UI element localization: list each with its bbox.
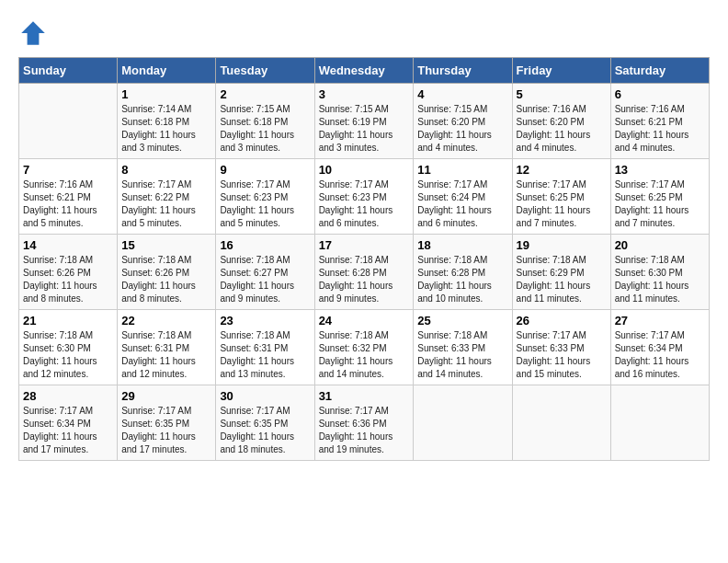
page-header — [18, 18, 710, 48]
calendar-week-3: 14Sunrise: 7:18 AM Sunset: 6:26 PM Dayli… — [19, 235, 710, 310]
calendar-header-row: SundayMondayTuesdayWednesdayThursdayFrid… — [19, 58, 710, 84]
calendar-cell: 17Sunrise: 7:18 AM Sunset: 6:28 PM Dayli… — [314, 235, 414, 310]
day-number: 31 — [319, 389, 410, 403]
day-info: Sunrise: 7:15 AM Sunset: 6:19 PM Dayligh… — [319, 103, 410, 155]
calendar-cell: 30Sunrise: 7:17 AM Sunset: 6:35 PM Dayli… — [216, 385, 314, 461]
day-number: 17 — [319, 238, 410, 252]
day-info: Sunrise: 7:18 AM Sunset: 6:29 PM Dayligh… — [517, 254, 607, 305]
day-info: Sunrise: 7:14 AM Sunset: 6:18 PM Dayligh… — [121, 103, 211, 155]
day-info: Sunrise: 7:17 AM Sunset: 6:33 PM Dayligh… — [517, 329, 607, 381]
day-number: 11 — [417, 163, 507, 177]
day-number: 1 — [121, 87, 211, 101]
day-info: Sunrise: 7:17 AM Sunset: 6:35 PM Dayligh… — [121, 405, 211, 456]
calendar-table: SundayMondayTuesdayWednesdayThursdayFrid… — [18, 57, 710, 461]
day-number: 6 — [615, 87, 705, 101]
day-number: 16 — [220, 238, 310, 252]
day-info: Sunrise: 7:17 AM Sunset: 6:25 PM Dayligh… — [517, 178, 607, 230]
day-info: Sunrise: 7:17 AM Sunset: 6:35 PM Dayligh… — [220, 405, 310, 456]
calendar-cell: 19Sunrise: 7:18 AM Sunset: 6:29 PM Dayli… — [512, 235, 610, 310]
col-header-sunday: Sunday — [19, 58, 118, 84]
logo — [18, 18, 51, 48]
calendar-cell: 13Sunrise: 7:17 AM Sunset: 6:25 PM Dayli… — [610, 159, 709, 235]
calendar-cell: 15Sunrise: 7:18 AM Sunset: 6:26 PM Dayli… — [118, 235, 216, 310]
day-info: Sunrise: 7:17 AM Sunset: 6:36 PM Dayligh… — [319, 405, 410, 456]
calendar-cell: 25Sunrise: 7:18 AM Sunset: 6:33 PM Dayli… — [414, 310, 512, 385]
day-number: 10 — [319, 163, 410, 177]
day-info: Sunrise: 7:18 AM Sunset: 6:30 PM Dayligh… — [615, 254, 705, 305]
calendar-cell: 1Sunrise: 7:14 AM Sunset: 6:18 PM Daylig… — [118, 84, 216, 159]
calendar-cell: 9Sunrise: 7:17 AM Sunset: 6:23 PM Daylig… — [216, 159, 314, 235]
day-info: Sunrise: 7:18 AM Sunset: 6:28 PM Dayligh… — [319, 254, 410, 305]
calendar-cell: 31Sunrise: 7:17 AM Sunset: 6:36 PM Dayli… — [314, 385, 414, 461]
day-info: Sunrise: 7:16 AM Sunset: 6:21 PM Dayligh… — [23, 178, 113, 230]
col-header-thursday: Thursday — [414, 58, 512, 84]
day-info: Sunrise: 7:15 AM Sunset: 6:20 PM Dayligh… — [417, 103, 507, 155]
day-number: 23 — [220, 314, 310, 327]
calendar-cell: 10Sunrise: 7:17 AM Sunset: 6:23 PM Dayli… — [314, 159, 414, 235]
calendar-cell: 27Sunrise: 7:17 AM Sunset: 6:34 PM Dayli… — [610, 310, 709, 385]
day-info: Sunrise: 7:15 AM Sunset: 6:18 PM Dayligh… — [220, 103, 310, 155]
day-number: 19 — [517, 238, 607, 252]
col-header-wednesday: Wednesday — [314, 58, 414, 84]
day-info: Sunrise: 7:17 AM Sunset: 6:23 PM Dayligh… — [220, 178, 310, 230]
day-number: 21 — [23, 314, 113, 327]
calendar-cell: 2Sunrise: 7:15 AM Sunset: 6:18 PM Daylig… — [216, 84, 314, 159]
day-number: 2 — [220, 87, 310, 101]
day-number: 28 — [23, 389, 113, 403]
day-info: Sunrise: 7:18 AM Sunset: 6:26 PM Dayligh… — [121, 254, 211, 305]
day-info: Sunrise: 7:18 AM Sunset: 6:30 PM Dayligh… — [23, 329, 113, 381]
calendar-cell: 3Sunrise: 7:15 AM Sunset: 6:19 PM Daylig… — [314, 84, 414, 159]
calendar-cell: 11Sunrise: 7:17 AM Sunset: 6:24 PM Dayli… — [414, 159, 512, 235]
calendar-cell: 6Sunrise: 7:16 AM Sunset: 6:21 PM Daylig… — [610, 84, 709, 159]
day-number: 24 — [319, 314, 410, 327]
calendar-cell: 16Sunrise: 7:18 AM Sunset: 6:27 PM Dayli… — [216, 235, 314, 310]
col-header-saturday: Saturday — [610, 58, 709, 84]
day-number: 3 — [319, 87, 410, 101]
calendar-cell — [19, 84, 118, 159]
calendar-week-1: 1Sunrise: 7:14 AM Sunset: 6:18 PM Daylig… — [19, 84, 710, 159]
calendar-cell: 18Sunrise: 7:18 AM Sunset: 6:28 PM Dayli… — [414, 235, 512, 310]
calendar-cell: 12Sunrise: 7:17 AM Sunset: 6:25 PM Dayli… — [512, 159, 610, 235]
calendar-cell: 7Sunrise: 7:16 AM Sunset: 6:21 PM Daylig… — [19, 159, 118, 235]
calendar-cell: 5Sunrise: 7:16 AM Sunset: 6:20 PM Daylig… — [512, 84, 610, 159]
day-number: 18 — [417, 238, 507, 252]
calendar-cell: 21Sunrise: 7:18 AM Sunset: 6:30 PM Dayli… — [19, 310, 118, 385]
calendar-cell: 28Sunrise: 7:17 AM Sunset: 6:34 PM Dayli… — [19, 385, 118, 461]
day-info: Sunrise: 7:17 AM Sunset: 6:24 PM Dayligh… — [417, 178, 507, 230]
calendar-week-5: 28Sunrise: 7:17 AM Sunset: 6:34 PM Dayli… — [19, 385, 710, 461]
calendar-cell: 29Sunrise: 7:17 AM Sunset: 6:35 PM Dayli… — [118, 385, 216, 461]
calendar-cell: 4Sunrise: 7:15 AM Sunset: 6:20 PM Daylig… — [414, 84, 512, 159]
day-info: Sunrise: 7:17 AM Sunset: 6:34 PM Dayligh… — [615, 329, 705, 381]
calendar-cell: 26Sunrise: 7:17 AM Sunset: 6:33 PM Dayli… — [512, 310, 610, 385]
day-number: 13 — [615, 163, 705, 177]
day-info: Sunrise: 7:18 AM Sunset: 6:31 PM Dayligh… — [220, 329, 310, 381]
day-info: Sunrise: 7:17 AM Sunset: 6:22 PM Dayligh… — [121, 178, 211, 230]
day-number: 4 — [417, 87, 507, 101]
day-number: 9 — [220, 163, 310, 177]
day-info: Sunrise: 7:16 AM Sunset: 6:20 PM Dayligh… — [517, 103, 607, 155]
calendar-cell — [512, 385, 610, 461]
day-number: 25 — [417, 314, 507, 327]
logo-icon — [18, 18, 48, 48]
calendar-week-4: 21Sunrise: 7:18 AM Sunset: 6:30 PM Dayli… — [19, 310, 710, 385]
day-number: 20 — [615, 238, 705, 252]
day-number: 12 — [517, 163, 607, 177]
day-info: Sunrise: 7:18 AM Sunset: 6:27 PM Dayligh… — [220, 254, 310, 305]
day-number: 26 — [517, 314, 607, 327]
calendar-cell: 8Sunrise: 7:17 AM Sunset: 6:22 PM Daylig… — [118, 159, 216, 235]
day-info: Sunrise: 7:16 AM Sunset: 6:21 PM Dayligh… — [615, 103, 705, 155]
calendar-cell — [414, 385, 512, 461]
calendar-cell: 22Sunrise: 7:18 AM Sunset: 6:31 PM Dayli… — [118, 310, 216, 385]
calendar-body: 1Sunrise: 7:14 AM Sunset: 6:18 PM Daylig… — [19, 84, 710, 461]
calendar-week-2: 7Sunrise: 7:16 AM Sunset: 6:21 PM Daylig… — [19, 159, 710, 235]
day-number: 14 — [23, 238, 113, 252]
day-number: 5 — [517, 87, 607, 101]
day-info: Sunrise: 7:17 AM Sunset: 6:25 PM Dayligh… — [615, 178, 705, 230]
day-info: Sunrise: 7:18 AM Sunset: 6:33 PM Dayligh… — [417, 329, 507, 381]
day-number: 29 — [121, 389, 211, 403]
col-header-friday: Friday — [512, 58, 610, 84]
day-info: Sunrise: 7:18 AM Sunset: 6:31 PM Dayligh… — [121, 329, 211, 381]
day-number: 15 — [121, 238, 211, 252]
svg-marker-0 — [21, 21, 45, 45]
day-info: Sunrise: 7:18 AM Sunset: 6:32 PM Dayligh… — [319, 329, 410, 381]
